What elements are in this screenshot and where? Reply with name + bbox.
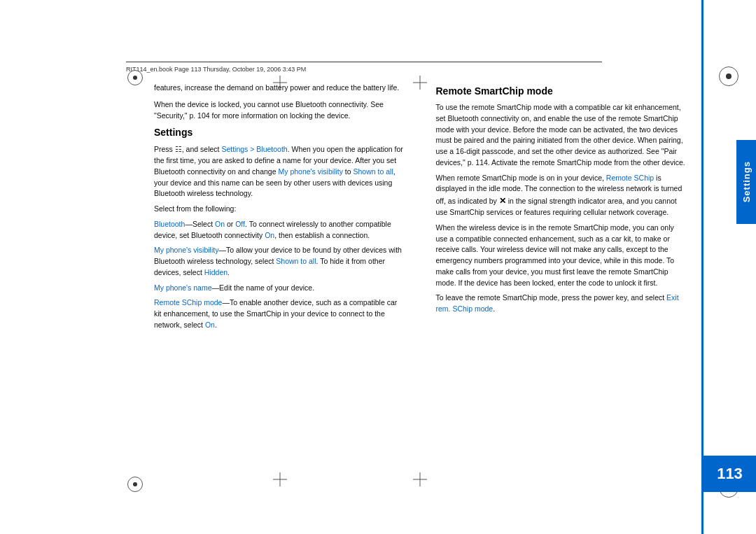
exit-schip-link[interactable]: Exit rem. SChip mode <box>436 293 679 313</box>
on-link-1[interactable]: On <box>215 220 225 228</box>
settings-para-1: Press ☷, and select Settings > Bluetooth… <box>154 143 405 199</box>
list-item-phone-name: My phone's name—Edit the name of your de… <box>154 283 405 294</box>
list-item-bluetooth: Bluetooth—Select On or Off. To connect w… <box>154 219 405 241</box>
settings-bluetooth-link[interactable]: Settings > Bluetooth <box>221 145 287 153</box>
page: RIT114_en.book Page 113 Thursday, Octobe… <box>0 0 756 534</box>
my-phone-visibility-link-2[interactable]: My phone's visibility <box>154 246 218 254</box>
my-phone-name-link[interactable]: My phone's name <box>154 283 212 292</box>
menu-icon: ☷ <box>175 143 182 155</box>
select-label: Select from the following: <box>154 204 405 215</box>
settings-tab-label: Settings <box>741 161 752 202</box>
remote-smartchip-title: Remote SmartChip mode <box>436 85 687 97</box>
right-column: Remote SmartChip mode To use the remote … <box>433 83 687 478</box>
content-area: features, increase the demand on battery… <box>154 83 686 478</box>
intro-para-1: features, increase the demand on battery… <box>154 83 405 94</box>
reg-mark-bottom-left <box>127 477 143 492</box>
reg-mark-top-left <box>127 70 143 85</box>
settings-title: Settings <box>154 127 405 138</box>
list-item-visibility: My phone's visibility—To allow your devi… <box>154 245 405 278</box>
my-phone-visibility-link-1[interactable]: My phone's visibility <box>278 167 342 176</box>
on-link-2[interactable]: On <box>265 231 274 239</box>
on-link-3[interactable]: On <box>205 321 215 329</box>
settings-tab: Settings <box>736 140 756 224</box>
off-link-1[interactable]: Off <box>235 220 245 228</box>
right-para-2: When remote SmartChip mode is on in your… <box>436 173 687 218</box>
right-para-1: To use the remote SmartChip mode with a … <box>436 102 687 169</box>
shown-to-all-link-1[interactable]: Shown to all <box>354 167 393 176</box>
blue-border <box>701 0 704 534</box>
file-info: RIT114_en.book Page 113 Thursday, Octobe… <box>126 66 306 73</box>
remote-schip-link[interactable]: Remote SChip mode <box>154 298 222 307</box>
shown-to-all-link-2[interactable]: Shown to all <box>276 257 316 265</box>
x-mark-icon: ✕ <box>499 195 506 207</box>
right-para-3: When the wireless device is in the remot… <box>436 223 687 289</box>
left-column: features, increase the demand on battery… <box>154 83 412 478</box>
right-sidebar: Settings 113 <box>704 0 756 534</box>
page-number: 113 <box>717 465 743 483</box>
hidden-link[interactable]: Hidden <box>204 268 227 276</box>
page-number-box: 113 <box>704 456 756 492</box>
remote-schip-status-link[interactable]: Remote SChip <box>606 174 654 182</box>
intro-para-2: When the device is locked, you cannot us… <box>154 99 405 122</box>
list-item-remote-schip: Remote SChip mode—To enable another devi… <box>154 297 405 330</box>
bluetooth-link[interactable]: Bluetooth <box>154 220 185 228</box>
right-para-4: To leave the remote SmartChip mode, pres… <box>436 293 687 315</box>
header-bar: RIT114_en.book Page 113 Thursday, Octobe… <box>126 62 602 74</box>
